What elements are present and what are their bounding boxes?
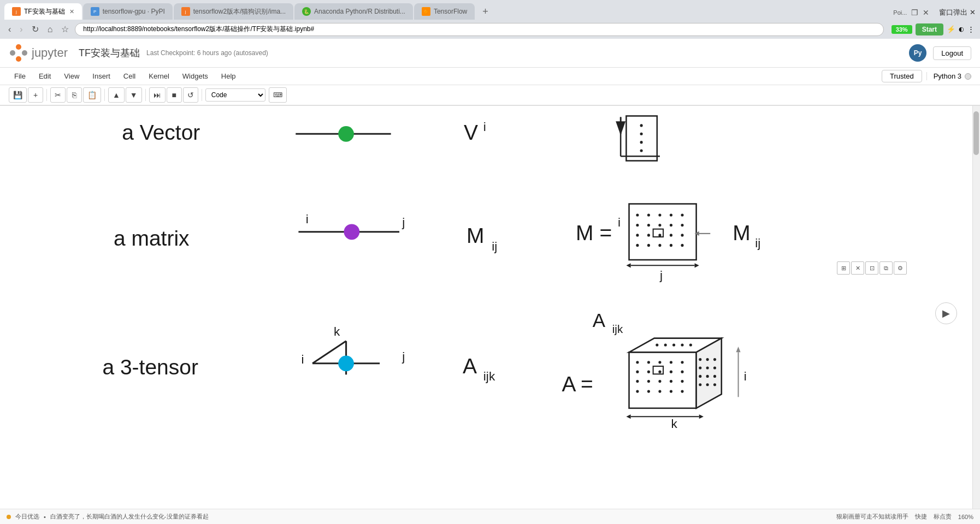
cell-type-select[interactable]: Code Markdown Raw NBConvert: [205, 88, 265, 102]
svg-point-83: [658, 371, 661, 373]
notebook-title[interactable]: TF安装与基础: [79, 46, 140, 59]
tab-4-favicon: 🐍: [302, 7, 311, 16]
ft-external-button[interactable]: ⧉: [879, 261, 893, 275]
window-controls[interactable]: ✕: [923, 8, 929, 17]
move-up-button[interactable]: ▲: [108, 87, 125, 103]
svg-point-111: [706, 383, 709, 386]
svg-text:k: k: [671, 417, 677, 431]
tab-bar: j TF安装与基础 ✕ P tensorflow-gpu · PyPI j te…: [0, 0, 980, 20]
tab-3[interactable]: j tensorflow2版本/猫狗识别/ima...: [174, 3, 293, 20]
ft-settings-button[interactable]: ⚙: [894, 261, 907, 275]
menu-help[interactable]: Help: [216, 70, 241, 82]
svg-rect-72: [629, 352, 696, 408]
jupyter-brand: jupyter: [32, 46, 68, 60]
svg-text:M: M: [467, 224, 484, 247]
notebook-drawing: a Vector V i: [0, 106, 972, 509]
menu-file[interactable]: File: [9, 70, 31, 82]
toolbar-separator-3: [145, 89, 146, 101]
svg-point-43: [658, 234, 661, 236]
tab-2-label: tensorflow-gpu · PyPI: [103, 8, 165, 15]
svg-point-92: [647, 390, 650, 393]
svg-text:ijk: ijk: [612, 323, 623, 335]
menu-widgets[interactable]: Widgets: [177, 70, 214, 82]
forward-button[interactable]: ›: [17, 23, 25, 36]
trusted-button[interactable]: Trusted: [882, 70, 922, 82]
svg-text:i: i: [302, 353, 304, 366]
menu-view[interactable]: View: [58, 70, 85, 82]
tab-4[interactable]: 🐍 Anaconda Python/R Distributi...: [294, 3, 413, 20]
svg-point-103: [713, 358, 716, 361]
status-marks: 标点责: [934, 513, 952, 521]
tab-2[interactable]: P tensorflow-gpu · PyPI: [83, 3, 173, 20]
svg-text:A: A: [593, 309, 606, 331]
svg-point-87: [647, 380, 650, 383]
copy-button[interactable]: ⎘: [67, 87, 82, 103]
restart-button[interactable]: ↺: [183, 87, 198, 103]
svg-point-93: [658, 390, 661, 393]
paste-button[interactable]: 📋: [83, 87, 101, 103]
status-right-text: 狠刷画册可走不知就读用手: [836, 513, 908, 521]
move-down-button[interactable]: ▼: [126, 87, 142, 103]
tab-5-label: TensorFlow: [434, 8, 467, 15]
svg-rect-6: [10, 106, 963, 509]
save-button[interactable]: 💾: [9, 87, 27, 103]
title-right: Py Logout: [909, 44, 971, 62]
tab-1[interactable]: j TF安装与基础 ✕: [4, 3, 82, 20]
svg-point-36: [647, 224, 650, 227]
back-button[interactable]: ‹: [5, 23, 14, 36]
svg-text:ijk: ijk: [483, 370, 495, 383]
cut-button[interactable]: ✂: [50, 87, 66, 103]
svg-point-66: [338, 355, 354, 371]
scrollbar[interactable]: [972, 106, 980, 509]
play-button[interactable]: ▶: [935, 302, 957, 324]
svg-text:i: i: [483, 120, 486, 134]
restore-window-button[interactable]: ❐: [911, 8, 918, 17]
keyboard-shortcuts-button[interactable]: ⌨: [269, 87, 287, 103]
address-right: 33% Start ⚡ ◐ ⋮: [892, 23, 975, 35]
svg-point-48: [658, 244, 661, 247]
svg-point-99: [681, 343, 683, 346]
browser-chrome: j TF安装与基础 ✕ P tensorflow-gpu · PyPI j te…: [0, 0, 980, 39]
run-next-button[interactable]: ⏭: [149, 87, 166, 103]
interrupt-button[interactable]: ■: [167, 87, 182, 103]
ft-close-button[interactable]: ✕: [851, 261, 864, 275]
svg-point-107: [699, 375, 701, 378]
logout-button[interactable]: Logout: [933, 46, 971, 60]
ft-grid-button[interactable]: ⊞: [837, 261, 850, 275]
svg-point-37: [658, 224, 661, 227]
status-text-1: 今日优选: [15, 513, 39, 521]
scrollbar-thumb[interactable]: [973, 111, 979, 155]
new-tab-button[interactable]: +: [478, 4, 493, 20]
svg-point-2: [10, 50, 15, 56]
svg-point-91: [636, 390, 639, 393]
toolbar-separator-2: [104, 89, 105, 101]
menu-kernel[interactable]: Kernel: [143, 70, 175, 82]
svg-text:j: j: [402, 216, 405, 229]
status-dot: [7, 515, 11, 519]
add-cell-button[interactable]: +: [28, 87, 43, 103]
svg-point-39: [681, 224, 683, 227]
tab-5[interactable]: 🔶 TensorFlow: [414, 3, 475, 20]
svg-point-105: [706, 366, 709, 369]
menu-edit[interactable]: Edit: [33, 70, 56, 82]
address-input[interactable]: [75, 23, 883, 36]
svg-text:j: j: [402, 350, 405, 364]
svg-point-49: [670, 244, 672, 247]
menu-insert[interactable]: Insert: [87, 70, 116, 82]
tab-1-favicon: j: [12, 7, 21, 16]
start-button[interactable]: Start: [916, 23, 943, 35]
reload-button[interactable]: ↻: [29, 22, 42, 36]
home-button[interactable]: ⌂: [45, 23, 56, 36]
settings-icon: ⋮: [967, 25, 975, 33]
svg-point-80: [636, 371, 639, 373]
svg-point-104: [699, 366, 701, 369]
svg-point-41: [647, 234, 650, 236]
svg-point-46: [636, 244, 639, 247]
tab-3-label: tensorflow2版本/猫狗识别/ima...: [193, 7, 286, 16]
menu-cell[interactable]: Cell: [118, 70, 141, 82]
python-logo: Py: [909, 44, 926, 62]
tab-1-close[interactable]: ✕: [69, 8, 74, 15]
ft-crop-button[interactable]: ⊡: [865, 261, 878, 275]
svg-point-86: [636, 380, 639, 383]
bookmark-button[interactable]: ☆: [58, 22, 72, 36]
